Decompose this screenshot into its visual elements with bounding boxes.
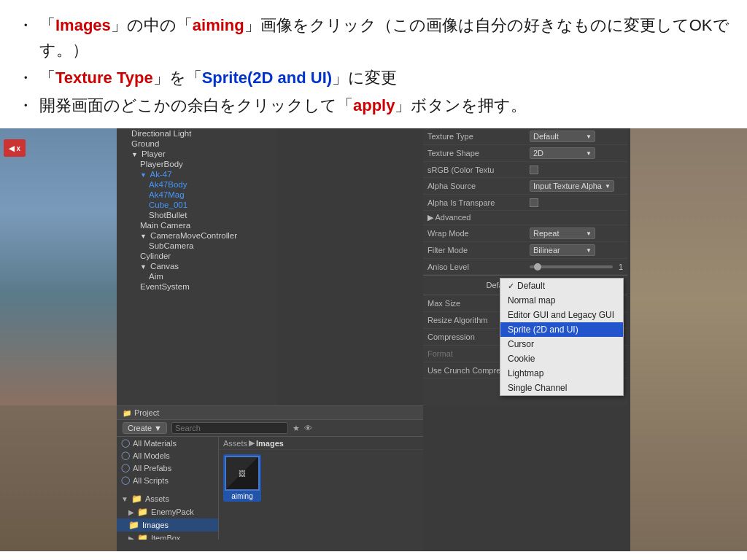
project-label-images: Images: [142, 521, 169, 529]
aniso-level-value: 1: [619, 262, 623, 271]
texture-type-dropdown[interactable]: Default ▼: [530, 131, 595, 142]
srgb-checkbox[interactable]: [530, 166, 538, 174]
folder-icon-enemypack: 📁: [137, 507, 148, 517]
aniso-slider-track[interactable]: [530, 265, 613, 268]
advanced-section[interactable]: ▶ Advanced: [423, 211, 627, 225]
texture-type-dropdown-popup: Default Normal map Editor GUI and Legacy…: [500, 278, 624, 396]
project-header: 📁 Project: [117, 406, 423, 420]
scene-overlay-marker: ◀ x: [4, 139, 26, 157]
project-label-prefabs: All Prefabs: [133, 464, 171, 472]
hierarchy-item[interactable]: ▼ Player: [117, 149, 277, 159]
bullet-dot-2: ・: [18, 66, 34, 90]
popup-item-editorgui[interactable]: Editor GUI and Legacy GUI: [500, 308, 623, 322]
hierarchy-item[interactable]: PlayerBody: [117, 159, 277, 169]
wrap-mode-dropdown[interactable]: Repeat ▼: [530, 228, 595, 239]
popup-item-cookie[interactable]: Cookie: [500, 351, 623, 366]
scene-view: ◀ x: [0, 128, 120, 405]
alpha-transparent-row: Alpha Is Transpare: [423, 195, 627, 211]
project-label-scripts: All Scripts: [133, 476, 169, 485]
toolbar-icon-eye[interactable]: 👁: [304, 424, 312, 432]
triangle-icon-assets: ▼: [121, 495, 128, 503]
project-item-images[interactable]: 📁 Images: [117, 518, 218, 532]
highlight-apply: apply: [353, 96, 395, 114]
alpha-transparent-label: Alpha Is Transpare: [427, 198, 530, 207]
dropdown-arrow-icon: ▼: [586, 133, 592, 140]
breadcrumb-folder: Images: [256, 439, 284, 448]
texture-type-row: Texture Type Default ▼: [423, 128, 627, 145]
hierarchy-item-ak47mag[interactable]: Ak47Mag: [117, 190, 277, 200]
aniso-slider-container: 1: [530, 262, 623, 271]
hierarchy-item-subcamera[interactable]: SubCamera: [117, 241, 277, 251]
instruction-bullet-2: ・ 「Texture Type」を「Sprite(2D and UI)」に変更: [18, 66, 729, 90]
project-item-assets[interactable]: ▼ 📁 Assets: [117, 492, 218, 505]
advanced-label: ▶ Advanced: [427, 213, 471, 222]
hierarchy-item-shotbullet[interactable]: ShotBullet: [117, 210, 277, 220]
popup-item-default[interactable]: Default: [500, 279, 623, 293]
instruction-text-1: 「Images」の中の「aiming」画像をクリック（この画像は自分の好きなもの…: [39, 13, 729, 63]
project-panel: 📁 Project Create ▼ ★ 👁 ◯ All Materials ◯…: [117, 405, 423, 551]
project-label-enemypack: EnemyPack: [151, 508, 194, 516]
circle-icon-materials: ◯: [121, 438, 130, 448]
triangle-icon-itembox: ▶: [128, 534, 134, 540]
breadcrumb-root: Assets: [223, 439, 247, 448]
instruction-bullet-1: ・ 「Images」の中の「aiming」画像をクリック（この画像は自分の好きな…: [18, 13, 729, 63]
alpha-source-label: Alpha Source: [427, 182, 530, 190]
project-label-materials: All Materials: [133, 439, 177, 448]
hierarchy-item-eventsystem[interactable]: EventSystem: [117, 281, 277, 292]
hierarchy-item-maincamera[interactable]: Main Camera: [117, 220, 277, 230]
filter-mode-dropdown[interactable]: Bilinear ▼: [530, 244, 595, 256]
breadcrumb-separator-icon: ▶: [249, 438, 255, 448]
project-item-scripts[interactable]: ◯ All Scripts: [117, 474, 218, 486]
hierarchy-item-ak47[interactable]: ▼ Ak-47: [117, 169, 277, 179]
project-label-models: All Models: [133, 451, 170, 460]
project-label-itembox: ItemBox: [151, 534, 180, 540]
aniso-slider-thumb[interactable]: [534, 263, 541, 271]
hierarchy-item[interactable]: Ground: [117, 139, 277, 149]
project-search-input[interactable]: [171, 422, 288, 434]
project-assets-area: Assets ▶ Images 🖼 aiming: [219, 437, 423, 540]
circle-icon-scripts: ◯: [121, 475, 130, 485]
triangle-icon-enemypack: ▶: [128, 508, 134, 516]
filter-mode-label: Filter Mode: [427, 246, 530, 254]
project-item-enemypack[interactable]: ▶ 📁 EnemyPack: [117, 505, 218, 518]
toolbar-icon-star[interactable]: ★: [293, 424, 300, 433]
hierarchy-item-canvas[interactable]: ▼ Canvas: [117, 261, 277, 271]
alpha-source-dropdown[interactable]: Input Texture Alpha ▼: [530, 180, 614, 192]
asset-label-aiming: aiming: [231, 492, 252, 500]
right-scene-view: [630, 128, 747, 551]
assets-grid: 🖼 aiming: [219, 450, 423, 506]
hierarchy-item-cameramove[interactable]: ▼ CameraMoveController: [117, 230, 277, 241]
popup-item-singlechannel[interactable]: Single Channel: [500, 381, 623, 395]
popup-item-sprite[interactable]: Sprite (2D and UI): [500, 322, 623, 337]
hierarchy-item-cube001[interactable]: Cube_001: [117, 200, 277, 210]
project-item-models[interactable]: ◯ All Models: [117, 449, 218, 462]
asset-item-aiming[interactable]: 🖼 aiming: [223, 454, 261, 502]
texture-type-value: Default: [533, 132, 559, 141]
create-button[interactable]: Create ▼: [123, 422, 167, 434]
texture-shape-dropdown[interactable]: 2D ▼: [530, 147, 595, 159]
popup-item-cursor[interactable]: Cursor: [500, 337, 623, 351]
hierarchy-item-cylinder[interactable]: Cylinder: [117, 251, 277, 261]
hierarchy-item-ak47body[interactable]: Ak47Body: [117, 179, 277, 190]
wrap-mode-row: Wrap Mode Repeat ▼: [423, 225, 627, 242]
project-item-prefabs[interactable]: ◯ All Prefabs: [117, 462, 218, 474]
highlight-aiming: aiming: [193, 16, 244, 34]
breadcrumb: Assets ▶ Images: [219, 437, 423, 450]
dropdown-arrow-icon2: ▼: [586, 150, 592, 157]
hierarchy-panel: Directional Light Ground ▼ Player Player…: [117, 128, 277, 405]
screenshot-area: ◀ x Directional Light Ground ▼ Player Pl…: [0, 128, 747, 551]
aniso-level-row: Aniso Level 1: [423, 259, 627, 275]
hierarchy-item[interactable]: Directional Light: [117, 128, 277, 139]
hierarchy-item-aim[interactable]: Aim: [117, 271, 277, 281]
project-item-itembox[interactable]: ▶ 📁 ItemBox: [117, 532, 218, 540]
aniso-level-label: Aniso Level: [427, 262, 530, 271]
project-item-materials[interactable]: ◯ All Materials: [117, 437, 218, 449]
instruction-bullet-3: ・ 開発画面のどこかの余白をクリックして「apply」ボタンを押す。: [18, 93, 729, 118]
alpha-transparent-checkbox[interactable]: [530, 198, 538, 207]
project-content: ◯ All Materials ◯ All Models ◯ All Prefa…: [117, 437, 423, 540]
highlight-texture-type: Texture Type: [55, 69, 153, 87]
popup-item-lightmap[interactable]: Lightmap: [500, 366, 623, 381]
alpha-source-row: Alpha Source Input Texture Alpha ▼: [423, 178, 627, 195]
bullet-dot-1: ・: [18, 13, 34, 38]
popup-item-normalmap[interactable]: Normal map: [500, 293, 623, 308]
